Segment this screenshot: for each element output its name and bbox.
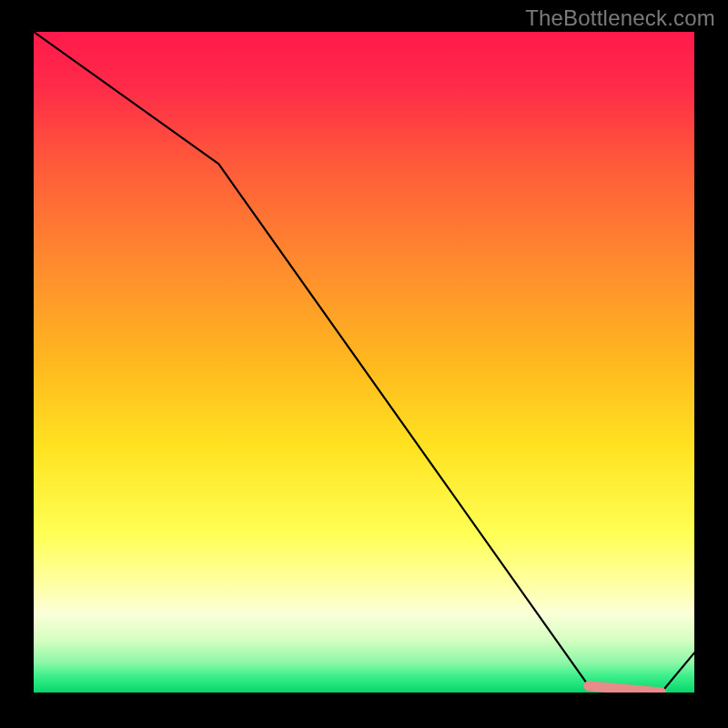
watermark-text: TheBottleneck.com bbox=[525, 5, 715, 31]
gradient-background bbox=[34, 32, 694, 693]
highlight-segment bbox=[589, 686, 662, 693]
chart-svg bbox=[34, 32, 694, 693]
plot-area bbox=[34, 32, 694, 693]
chart-frame: TheBottleneck.com bbox=[0, 0, 728, 728]
